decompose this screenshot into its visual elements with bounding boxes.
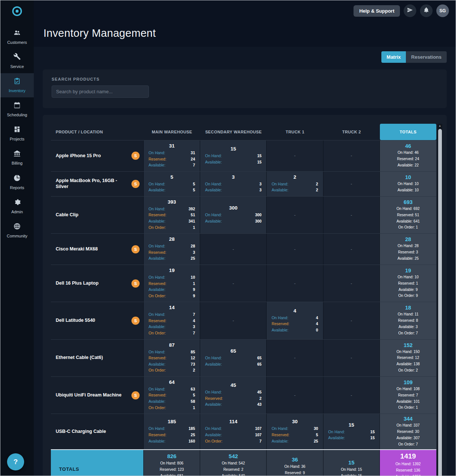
empty-stock-cell[interactable]: - — [200, 234, 267, 265]
product-cell[interactable]: USB-C Charging Cable — [51, 414, 144, 449]
product-cell[interactable]: Dell Latitude 5540S — [51, 302, 144, 339]
empty-stock-cell[interactable]: - — [267, 377, 323, 414]
help-support-button[interactable]: Help & Support — [354, 5, 400, 17]
stock-cell[interactable]: 15On Hand:15Available:15 — [323, 414, 380, 449]
search-input[interactable] — [52, 85, 149, 98]
stock-line: Reserved:51 — [149, 212, 195, 218]
empty-stock-cell[interactable]: - — [200, 302, 267, 339]
stock-cell[interactable]: 3On Hand:3Available:3 — [200, 172, 267, 196]
sidebar-item-reports[interactable]: Reports — [0, 170, 34, 194]
sidebar-item-billing[interactable]: Billing — [0, 146, 34, 170]
stock-line-value: 15 — [257, 159, 262, 165]
scroll-up-icon[interactable]: ▲ — [437, 124, 442, 127]
sidebar-item-label: Billing — [12, 161, 22, 165]
stock-cell[interactable]: 65On Hand:65Available:65 — [200, 340, 267, 376]
serialized-badge[interactable]: S — [131, 317, 140, 325]
stock-cell[interactable]: 300On Hand:300Available:300 — [200, 197, 267, 233]
cell-total: 65 — [205, 348, 261, 354]
empty-stock-cell[interactable]: - — [323, 265, 380, 302]
column-total-number: 542 — [203, 453, 263, 459]
notifications-button[interactable] — [420, 4, 433, 17]
sidebar-item-projects[interactable]: Projects — [0, 122, 34, 146]
stock-line-label: Reserved: — [149, 355, 166, 361]
empty-stock-cell[interactable]: - — [323, 302, 380, 339]
sidebar-item-inventory[interactable]: Inventory — [0, 73, 34, 97]
stock-cell[interactable]: 15On Hand:15Available:15 — [200, 140, 267, 171]
stock-line-label: On Hand: — [149, 386, 165, 392]
table-wrap: PRODUCT / LOCATIONMAIN WAREHOUSESECONDAR… — [51, 124, 442, 476]
send-button[interactable] — [404, 4, 416, 17]
empty-stock-cell[interactable]: - — [267, 340, 323, 376]
stock-cell[interactable]: 87On Hand:85Reserved:12Available:73On Or… — [144, 340, 200, 376]
stock-cell[interactable]: 64On Hand:63Reserved:5Available:58On Ord… — [144, 377, 200, 414]
product-cell[interactable]: Ethernet Cable (Cat6) — [51, 340, 144, 376]
empty-placeholder: - — [351, 318, 352, 323]
stock-line-value: 4 — [316, 315, 318, 321]
stock-cell[interactable]: 14On Hand:7Reserved:4Available:3On Order… — [144, 302, 200, 339]
avatar[interactable]: SG — [436, 4, 449, 17]
empty-stock-cell[interactable]: - — [323, 172, 380, 196]
empty-stock-cell[interactable]: - — [323, 140, 380, 171]
app-logo-icon[interactable] — [12, 6, 23, 17]
product-cell[interactable]: Dell 16 Plus LaptopS — [51, 265, 144, 302]
stock-line: Available:15 — [205, 159, 261, 165]
product-cell[interactable]: Cisco Meraki MX68S — [51, 234, 144, 265]
empty-stock-cell[interactable]: - — [267, 140, 323, 171]
serialized-badge[interactable]: S — [131, 245, 140, 253]
stock-line: Available: 25 — [383, 256, 433, 262]
product-cell[interactable]: Apple MacBook Pro, 16GB - SilverS — [51, 172, 144, 196]
stock-cell[interactable]: 2On Hand:2Available:2 — [267, 172, 323, 196]
stock-line-label: On Hand: — [205, 355, 222, 361]
stock-cell[interactable]: 28On Hand:28Reserved:3Available:25 — [144, 234, 200, 265]
empty-stock-cell[interactable]: - — [323, 377, 380, 414]
serialized-badge[interactable]: S — [131, 279, 140, 288]
empty-stock-cell[interactable]: - — [267, 197, 323, 233]
empty-stock-cell[interactable]: - — [323, 340, 380, 376]
stock-cell[interactable]: 19On Hand:10Reserved:1Available:9On Orde… — [144, 265, 200, 302]
stock-cell[interactable]: 30On Hand:30Reserved:5Available:25 — [267, 414, 323, 449]
tab-matrix[interactable]: Matrix — [381, 51, 406, 63]
product-cell[interactable]: Cable Clip — [51, 197, 144, 233]
product-row: Dell 16 Plus LaptopS19On Hand:10Reserved… — [51, 265, 436, 302]
empty-stock-cell[interactable]: - — [323, 234, 380, 265]
stock-line: Reserved: 123 — [147, 467, 197, 473]
tab-reservations[interactable]: Reservations — [406, 51, 447, 63]
stock-line-label: Reserved: — [149, 432, 166, 438]
stock-cell[interactable]: 31On Hand:31Reserved:24Available:7 — [144, 140, 200, 171]
stock-cell[interactable]: 114On Hand:107Available:107On Order:7 — [200, 414, 267, 449]
serialized-badge[interactable]: S — [131, 391, 140, 399]
stock-line: Reserved: 3 — [383, 249, 433, 256]
sidebar-item-admin[interactable]: Admin — [0, 194, 34, 218]
stock-cell[interactable]: 393On Hand:392Reserved:51Available:341On… — [144, 197, 200, 233]
stock-line: Available: 9 — [383, 287, 433, 293]
stock-line-value: 15 — [257, 153, 262, 159]
empty-stock-cell[interactable]: - — [267, 265, 323, 302]
stock-line-label: On Order: — [149, 293, 166, 299]
stock-cell[interactable]: 45On Hand:45Reserved:2Available:43 — [200, 377, 267, 414]
sidebar-item-scheduling[interactable]: Scheduling — [0, 97, 34, 122]
empty-stock-cell[interactable]: - — [200, 265, 267, 302]
vertical-scrollbar[interactable]: ▲ — [437, 124, 442, 476]
empty-placeholder: - — [294, 393, 296, 398]
empty-stock-cell[interactable]: - — [267, 234, 323, 265]
product-cell[interactable]: Ubiquiti UniFi Dream MachineS — [51, 377, 144, 414]
stock-cell[interactable]: 4On Hand:4Reserved:4Available:0 — [267, 302, 323, 339]
help-fab-button[interactable]: ? — [7, 453, 24, 470]
empty-stock-cell[interactable]: - — [323, 197, 380, 233]
stock-line-value: 5 — [193, 181, 195, 187]
stock-cell[interactable]: 5On Hand:5Available:5 — [144, 172, 200, 196]
stock-line-value: 3 — [260, 181, 262, 187]
serialized-badge[interactable]: S — [131, 152, 140, 160]
stock-cell[interactable]: 185On Hand:185Reserved:25Available:160 — [144, 414, 200, 449]
stock-line: On Hand: 108 — [383, 386, 433, 392]
sidebar-item-customers[interactable]: Customers — [0, 25, 34, 49]
admin-icon — [13, 198, 21, 207]
sidebar-item-service[interactable]: Service — [0, 49, 34, 73]
serialized-badge[interactable]: S — [131, 180, 140, 188]
sidebar-item-community[interactable]: Community — [0, 218, 34, 243]
stock-line: Available:160 — [149, 438, 195, 444]
stock-line-value: 3 — [260, 187, 262, 193]
product-cell[interactable]: Apple iPhone 15 ProS — [51, 140, 144, 171]
scrollbar-thumb[interactable] — [438, 129, 442, 476]
stock-line: Available:73 — [149, 361, 195, 367]
